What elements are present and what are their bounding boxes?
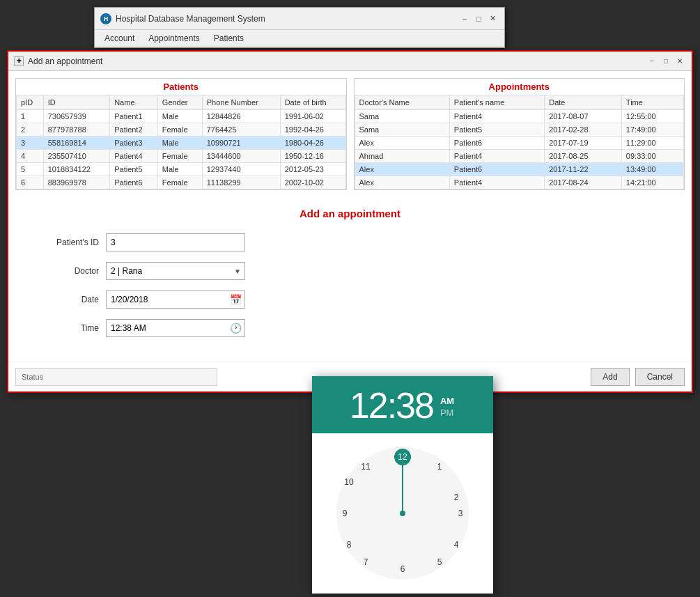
- titlebar-controls: − □ ✕: [458, 13, 499, 25]
- clock-face[interactable]: 12 1 2 3 4 5 6 7 8 9 10 11: [336, 447, 469, 580]
- table-row[interactable]: 6 883969978 Patient6 Female 11138299 200…: [17, 176, 346, 189]
- app-icon: H: [100, 13, 111, 24]
- patients-table-body: 1 730657939 Patient1 Male 12844826 1991-…: [17, 110, 346, 189]
- appointments-table-body: Sama Patient4 2017-08-07 12:55:00 Sama P…: [355, 110, 684, 189]
- time-input[interactable]: [106, 319, 235, 337]
- col-id: ID: [43, 95, 109, 110]
- table-row[interactable]: Alex Patient6 2017-11-22 13:49:00: [355, 163, 684, 176]
- table-row[interactable]: Alex Patient4 2017-08-24 14:21:00: [355, 176, 684, 189]
- pm-option[interactable]: PM: [439, 407, 456, 419]
- time-label: Time: [29, 323, 99, 333]
- patients-table-container: Patients pID ID Name Gender Phone Number…: [15, 78, 347, 190]
- add-appointment-dialog: ✚ Add an appointment − □ ✕ Patients pID …: [7, 50, 693, 393]
- table-row[interactable]: 3 558169814 Patient3 Male 10990721 1980-…: [17, 137, 346, 150]
- dialog-content: Patients pID ID Name Gender Phone Number…: [8, 71, 692, 362]
- clock-number-12[interactable]: 12: [394, 449, 411, 465]
- main-window: H Hospital Database Management System − …: [94, 7, 505, 48]
- dialog-controls: − □ ✕: [646, 55, 686, 68]
- table-row[interactable]: 2 877978788 Patient2 Female 7764425 1992…: [17, 123, 346, 137]
- doctor-select[interactable]: 2 | Rana: [106, 262, 245, 280]
- time-display: 12:38 AM PM: [312, 376, 493, 433]
- footer-buttons: Add Cancel: [591, 368, 685, 386]
- col-time: Time: [621, 95, 683, 110]
- clock-number-2[interactable]: 2: [448, 489, 465, 506]
- appointments-table: Doctor's Name Patient's name Date Time S…: [355, 95, 685, 189]
- dialog-minimize-button[interactable]: −: [646, 55, 658, 68]
- col-dob: Date of birth: [280, 95, 345, 110]
- clock-number-6[interactable]: 6: [394, 561, 411, 577]
- table-row[interactable]: 1 730657939 Patient1 Male 12844826 1991-…: [17, 110, 346, 123]
- table-row[interactable]: 5 1018834122 Patient5 Male 12937440 2012…: [17, 163, 346, 176]
- clock-number-3[interactable]: 3: [452, 505, 469, 522]
- form-section: Add an appointment Patient's ID Doctor 2…: [15, 201, 685, 355]
- clock-number-4[interactable]: 4: [448, 536, 465, 553]
- appointments-table-title: Appointments: [355, 79, 685, 95]
- time-wrapper: 🕐: [106, 319, 245, 337]
- menu-patients[interactable]: Patients: [207, 31, 251, 45]
- date-label: Date: [29, 295, 99, 304]
- time-hour-display: 12:38: [350, 387, 433, 424]
- dialog-close-button[interactable]: ✕: [674, 55, 686, 68]
- table-row[interactable]: Ahmad Patient4 2017-08-25 09:33:00: [355, 150, 684, 163]
- col-date: Date: [545, 95, 622, 110]
- table-row[interactable]: 4 235507410 Patient4 Female 13444600 195…: [17, 150, 346, 163]
- clock-number-11[interactable]: 11: [357, 458, 374, 475]
- tables-section: Patients pID ID Name Gender Phone Number…: [15, 78, 685, 190]
- date-input[interactable]: [106, 290, 235, 309]
- time-row: Time 🕐: [29, 319, 671, 337]
- clock-number-10[interactable]: 10: [341, 474, 357, 490]
- date-wrapper: 📅: [106, 290, 245, 309]
- doctor-select-wrapper: 2 | Rana ▼: [106, 262, 245, 280]
- col-pid: pID: [17, 95, 44, 110]
- menu-account[interactable]: Account: [98, 31, 141, 45]
- dialog-title: Add an appointment: [28, 56, 102, 66]
- col-name: Name: [110, 95, 158, 110]
- patients-table-header: pID ID Name Gender Phone Number Date of …: [17, 95, 346, 110]
- dialog-app-icon: ✚: [14, 56, 24, 66]
- clock-hand: [402, 458, 403, 513]
- minimize-button[interactable]: −: [458, 13, 471, 25]
- doctor-label: Doctor: [29, 266, 99, 276]
- clock-number-7[interactable]: 7: [357, 554, 374, 571]
- cancel-button[interactable]: Cancel: [635, 368, 685, 386]
- table-row[interactable]: Sama Patient4 2017-08-07 12:55:00: [355, 110, 684, 123]
- patients-table-scroll[interactable]: pID ID Name Gender Phone Number Date of …: [16, 95, 346, 189]
- date-row: Date 📅: [29, 290, 671, 309]
- clock-icon[interactable]: 🕐: [227, 319, 245, 337]
- main-window-title: Hospital Database Management System: [116, 14, 265, 24]
- clock-number-1[interactable]: 1: [431, 458, 448, 475]
- close-button[interactable]: ✕: [486, 13, 499, 25]
- appointments-table-container: Appointments Doctor's Name Patient's nam…: [354, 78, 685, 190]
- dialog-titlebar-left: ✚ Add an appointment: [14, 56, 102, 66]
- col-doctor-name: Doctor's Name: [355, 95, 449, 110]
- form-title: Add an appointment: [29, 208, 671, 219]
- clock-container: 12 1 2 3 4 5 6 7 8 9 10 11: [312, 433, 493, 594]
- main-titlebar: H Hospital Database Management System − …: [95, 8, 504, 30]
- patient-id-input[interactable]: [106, 233, 245, 251]
- appointments-table-header: Doctor's Name Patient's name Date Time: [355, 95, 684, 110]
- patient-id-label: Patient's ID: [29, 238, 99, 247]
- patients-table: pID ID Name Gender Phone Number Date of …: [16, 95, 346, 189]
- patient-id-row: Patient's ID: [29, 233, 671, 251]
- add-button[interactable]: Add: [591, 368, 629, 386]
- status-bar: Status: [15, 368, 217, 386]
- dialog-maximize-button[interactable]: □: [660, 55, 672, 68]
- table-row[interactable]: Alex Patient6 2017-07-19 11:29:00: [355, 137, 684, 150]
- calendar-icon[interactable]: 📅: [227, 290, 245, 309]
- doctor-row: Doctor 2 | Rana ▼: [29, 262, 671, 280]
- col-phone: Phone Number: [202, 95, 280, 110]
- menu-appointments[interactable]: Appointments: [141, 31, 206, 45]
- clock-number-5[interactable]: 5: [431, 554, 448, 571]
- appointments-table-scroll[interactable]: Doctor's Name Patient's name Date Time S…: [355, 95, 685, 189]
- clock-number-8[interactable]: 8: [341, 536, 357, 553]
- status-text: Status: [22, 373, 43, 381]
- am-option[interactable]: AM: [439, 395, 456, 407]
- table-row[interactable]: Sama Patient5 2017-02-28 17:49:00: [355, 123, 684, 137]
- time-picker-popup: 12:38 AM PM 12 1 2 3 4 5 6 7: [312, 376, 493, 594]
- clock-number-9[interactable]: 9: [336, 505, 353, 522]
- maximize-button[interactable]: □: [472, 13, 485, 25]
- col-patient-name: Patient's name: [449, 95, 544, 110]
- main-titlebar-left: H Hospital Database Management System: [100, 13, 265, 24]
- dialog-titlebar: ✚ Add an appointment − □ ✕: [8, 52, 692, 71]
- main-menubar: Account Appointments Patients: [95, 30, 504, 47]
